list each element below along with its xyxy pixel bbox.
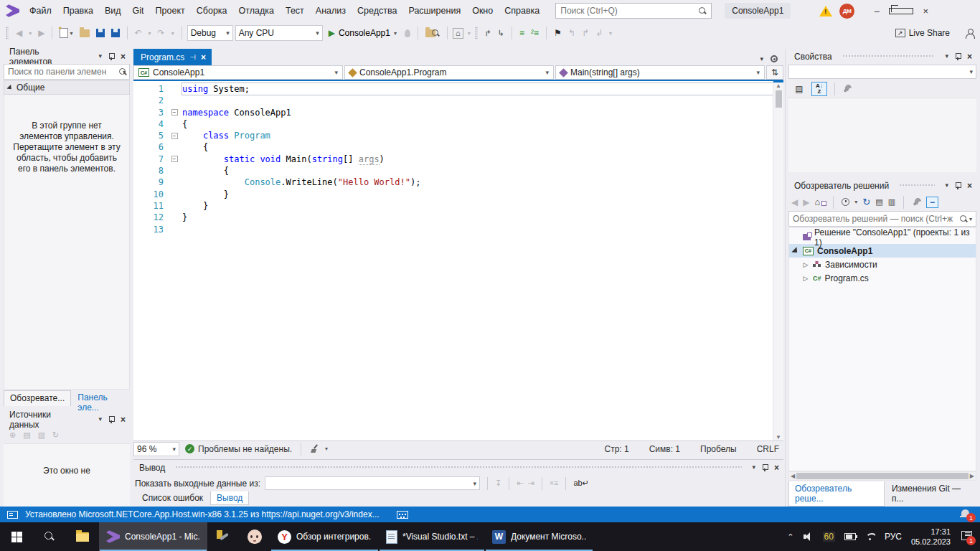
pending-changes-filter-icon[interactable] (842, 198, 849, 206)
active-files-dropdown-icon[interactable]: ▾ (760, 56, 763, 62)
tab-close-icon[interactable]: × (201, 52, 206, 62)
tab-toolbox[interactable]: Панель эле... (72, 390, 130, 406)
expanded-chevron-icon[interactable] (792, 248, 799, 255)
warning-icon[interactable]: ! (819, 6, 832, 17)
solution-platform-combo[interactable]: Any CPU▾ (235, 25, 323, 41)
keyboard-icon[interactable] (397, 511, 408, 519)
preview-selected-items-icon[interactable]: − (926, 197, 938, 208)
taskbar-app-yandex-browser[interactable]: Y Обзор интегриров... (270, 522, 379, 551)
code-editor[interactable]: 1using System;23−namespace ConsoleApp14{… (133, 81, 783, 441)
find-in-files-icon[interactable] (423, 28, 442, 39)
scroll-up-icon[interactable]: ▲ (776, 83, 781, 89)
nav-member-combo[interactable]: Main(string[] args)▾ (555, 65, 765, 80)
tab-server-explorer[interactable]: Обозревате... (4, 390, 71, 406)
menu-extensions[interactable]: Расширения (402, 3, 466, 19)
output-menu-icon[interactable]: ▾ (752, 464, 755, 471)
bookmark-icon[interactable]: ⚑ (552, 27, 564, 39)
redo-icon[interactable]: ↷ (156, 27, 167, 39)
menu-help[interactable]: Справка (499, 3, 545, 19)
tab-output[interactable]: Вывод (210, 491, 249, 505)
menu-view[interactable]: Вид (99, 3, 127, 19)
toolbox-close-icon[interactable]: × (121, 52, 126, 62)
output-pin-icon[interactable] (761, 463, 768, 471)
toolbox-group-general[interactable]: Общие (4, 80, 130, 95)
configure-data-source-icon[interactable]: ▥ (38, 431, 45, 439)
se-horizontal-scrollbar[interactable]: ◀ ▶ (788, 471, 976, 481)
close-button[interactable]: × (913, 4, 938, 18)
save-all-icon[interactable] (109, 27, 122, 39)
add-participant-icon[interactable] (965, 29, 974, 38)
data-sources-pin-icon[interactable] (108, 415, 115, 423)
properties-object-combo[interactable]: ▾ (788, 65, 976, 79)
toolbar-overflow-icon[interactable]: ▾ (466, 29, 473, 38)
se-back-icon[interactable]: ◀ (791, 197, 798, 207)
new-file-icon[interactable]: ▾ (57, 27, 75, 39)
status-whitespace-mode[interactable]: Пробелы (700, 444, 737, 454)
scrollbar-thumb[interactable] (776, 90, 782, 108)
redo-dropdown-icon[interactable]: ▾ (169, 29, 176, 38)
quick-search-box[interactable] (555, 3, 712, 19)
properties-close-icon[interactable]: × (967, 52, 972, 62)
prev-message-icon[interactable]: ⇤ (517, 479, 523, 487)
word-wrap-icon[interactable]: ab↵ (573, 479, 588, 487)
volume-icon[interactable] (804, 532, 814, 541)
tab-git-changes[interactable]: Изменения Git — п... (886, 481, 976, 507)
peek-definition-icon[interactable]: ↳ (496, 28, 507, 39)
solution-configuration-combo[interactable]: Debug▾ (187, 25, 233, 41)
find-message-icon[interactable]: ↧ (495, 479, 501, 487)
add-data-source-icon[interactable]: ⊕ (9, 431, 16, 439)
file-explorer-button[interactable] (66, 522, 99, 551)
navigate-to-icon[interactable]: ↱ (483, 28, 494, 39)
taskbar-clock[interactable]: 17:31 05.02.2023 (911, 527, 951, 547)
solution-search-box[interactable]: ▾ (788, 211, 976, 227)
code-lines[interactable]: 1using System;23−namespace ConsoleApp14{… (133, 81, 773, 441)
data-sources-menu-icon[interactable]: ▾ (98, 416, 102, 423)
increase-indent-icon[interactable]: ²≡ (529, 27, 541, 39)
data-sources-close-icon[interactable]: × (121, 415, 126, 425)
properties-pages-icon[interactable]: ▥ (888, 198, 895, 206)
code-cleanup-dropdown-icon[interactable]: ▾ (325, 446, 328, 452)
filter-dropdown-icon[interactable]: ▾ (854, 199, 857, 205)
menu-build[interactable]: Сборка (191, 3, 233, 19)
menu-tools[interactable]: Средства (352, 3, 402, 19)
browser-home-icon[interactable]: ⌂ (453, 28, 463, 39)
taskbar-app-cheat-engine[interactable] (207, 522, 239, 551)
se-home-icon[interactable]: ⌂ (814, 197, 820, 207)
tree-row-solution[interactable]: Решение "ConsoleApp1" (проекты: 1 из 1) (789, 230, 976, 244)
split-window-button[interactable]: ⇅ (766, 65, 783, 80)
solution-explorer-menu-icon[interactable]: ▾ (945, 182, 948, 189)
user-avatar[interactable]: ДМ (839, 4, 854, 19)
collapsed-chevron-icon[interactable]: ▷ (802, 275, 809, 282)
navigate-forward-icon[interactable]: ▶ (36, 27, 47, 39)
scroll-left-icon[interactable]: ◀ (791, 473, 795, 479)
collapse-all-icon[interactable]: ▤ (875, 198, 882, 206)
tab-pin-icon[interactable]: ⊣ (189, 53, 196, 61)
undo-dropdown-icon[interactable]: ▾ (146, 29, 154, 38)
categorized-view-icon[interactable]: ▤ (791, 82, 807, 96)
menu-window[interactable]: Окно (466, 3, 499, 19)
prev-bookmark-icon[interactable]: ↰ (566, 27, 578, 39)
editor-vertical-scrollbar[interactable]: ▲ ▼ (773, 81, 783, 441)
wifi-icon[interactable] (865, 533, 875, 541)
nav-type-combo[interactable]: ConsoleApp1.Program▾ (344, 65, 554, 80)
minimize-button[interactable]: – (864, 4, 889, 18)
code-cleanup-icon[interactable] (310, 444, 319, 453)
taskbar-app-notepad[interactable]: *Visual Studio.txt – ... (379, 522, 485, 551)
zoom-combo[interactable]: 96 %▾ (133, 442, 179, 456)
solution-search-input[interactable] (793, 214, 960, 224)
menu-analyze[interactable]: Анализ (310, 3, 352, 19)
refresh-data-source-icon[interactable]: ↻ (52, 431, 59, 439)
h-scrollbar-thumb[interactable] (796, 473, 969, 479)
status-line-endings[interactable]: CRLF (757, 444, 779, 454)
toolbar-grip[interactable] (6, 27, 9, 39)
clear-output-icon[interactable]: ×≡ (550, 479, 559, 487)
taskbar-app-isaac[interactable] (239, 522, 270, 551)
toolbox-menu-icon[interactable]: ▾ (98, 53, 102, 60)
bookmark-overflow-icon[interactable]: ▾ (607, 29, 614, 38)
hot-reload-icon[interactable] (402, 28, 413, 39)
start-button[interactable] (0, 522, 33, 551)
toolbox-search-input[interactable] (8, 67, 119, 77)
scroll-right-icon[interactable]: ▶ (970, 473, 974, 479)
next-message-icon[interactable]: ⇥ (527, 479, 534, 487)
collapsed-chevron-icon[interactable]: ▷ (802, 261, 809, 268)
